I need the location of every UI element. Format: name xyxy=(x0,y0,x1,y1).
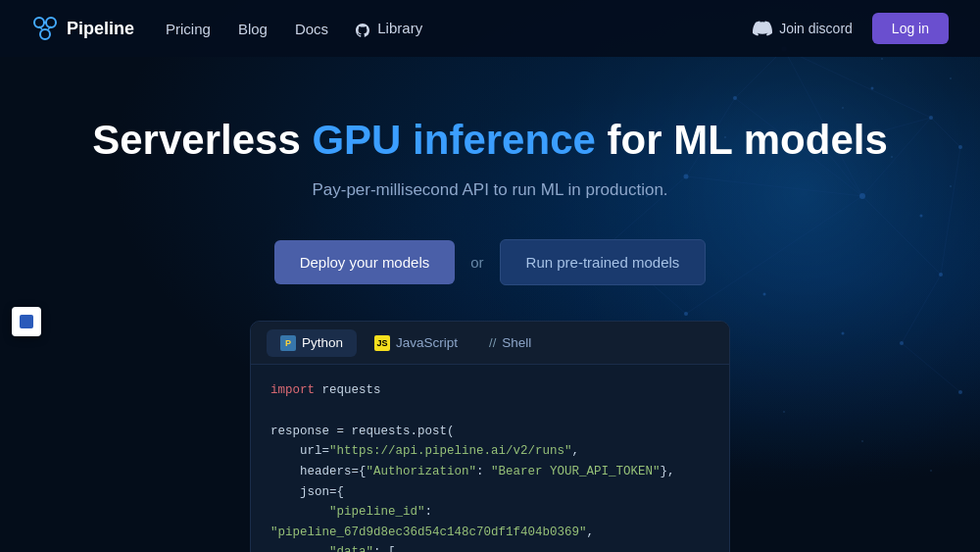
code-body: import requests response = requests.post… xyxy=(251,365,729,552)
logo[interactable]: Pipeline xyxy=(31,15,134,42)
logo-text: Pipeline xyxy=(67,19,134,39)
login-button[interactable]: Log in xyxy=(872,13,949,44)
shell-icon: // xyxy=(489,335,496,350)
side-button[interactable] xyxy=(12,307,41,336)
python-icon: P xyxy=(280,335,296,351)
tab-shell-label: Shell xyxy=(502,335,531,350)
discord-label: Join discord xyxy=(779,21,853,36)
nav-links: Pricing Blog Docs Library xyxy=(166,20,753,36)
code-line-6: "pipeline_id": "pipeline_67d9d8ec36d54c1… xyxy=(270,502,710,542)
js-icon: JS xyxy=(374,335,390,351)
nav-link-blog[interactable]: Blog xyxy=(238,21,268,37)
hero-title-accent: GPU inference xyxy=(312,117,595,163)
svg-point-49 xyxy=(40,29,50,39)
navbar: Pipeline Pricing Blog Docs Library Join … xyxy=(0,0,980,57)
code-line-5: json={ xyxy=(270,482,710,503)
logo-icon xyxy=(31,15,59,42)
hero-title: Serverless GPU inference for ML models xyxy=(92,116,888,165)
hero-buttons: Deploy your models or Run pre-trained mo… xyxy=(274,239,707,285)
nav-link-pricing[interactable]: Pricing xyxy=(166,21,211,37)
nav-right: Join discord Log in xyxy=(753,13,949,44)
btn-or-label: or xyxy=(470,254,483,271)
run-pretrained-button[interactable]: Run pre-trained models xyxy=(500,239,707,285)
discord-link[interactable]: Join discord xyxy=(753,19,853,38)
hero-subtitle: Pay-per-millisecond API to run ML in pro… xyxy=(312,180,667,200)
hero-title-part1: Serverless xyxy=(92,117,312,163)
code-line-4: headers={"Authorization": "Bearer YOUR_A… xyxy=(270,462,710,482)
code-line-1: import requests xyxy=(270,380,710,401)
deploy-button[interactable]: Deploy your models xyxy=(274,240,456,284)
svg-point-48 xyxy=(46,18,56,27)
tab-js-label: JavaScript xyxy=(396,335,458,350)
code-tabs: P Python JS JavaScript // Shell xyxy=(251,322,729,365)
nav-link-docs[interactable]: Docs xyxy=(295,21,328,37)
side-button-icon xyxy=(20,315,33,328)
tab-shell[interactable]: // Shell xyxy=(475,329,545,356)
nav-link-library[interactable]: Library xyxy=(356,20,422,36)
code-line-3: url="https://api.pipeline.ai/v2/runs", xyxy=(270,441,710,462)
hero-title-part2: for ML models xyxy=(608,117,888,163)
hero-section: Serverless GPU inference for ML models P… xyxy=(0,57,980,552)
tab-python[interactable]: P Python xyxy=(267,329,357,357)
tab-javascript[interactable]: JS JavaScript xyxy=(361,329,471,357)
discord-icon xyxy=(753,19,772,38)
svg-point-47 xyxy=(34,18,44,27)
code-line-7: "data": [ xyxy=(270,542,710,552)
tab-python-label: Python xyxy=(302,335,343,350)
code-line-2: response = requests.post( xyxy=(270,422,710,442)
code-line-blank xyxy=(270,401,710,422)
github-icon xyxy=(356,24,369,37)
code-window: P Python JS JavaScript // Shell import r… xyxy=(250,321,730,552)
